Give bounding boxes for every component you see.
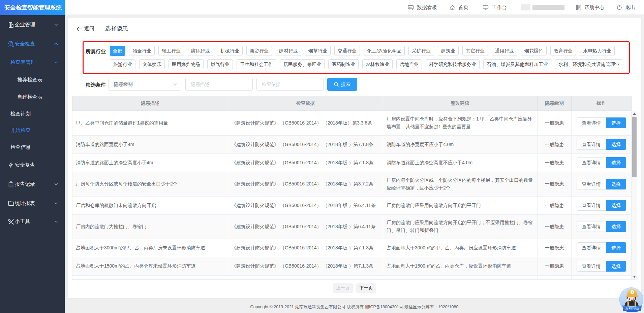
svg-text:在线咨询: 在线咨询 bbox=[625, 307, 639, 311]
